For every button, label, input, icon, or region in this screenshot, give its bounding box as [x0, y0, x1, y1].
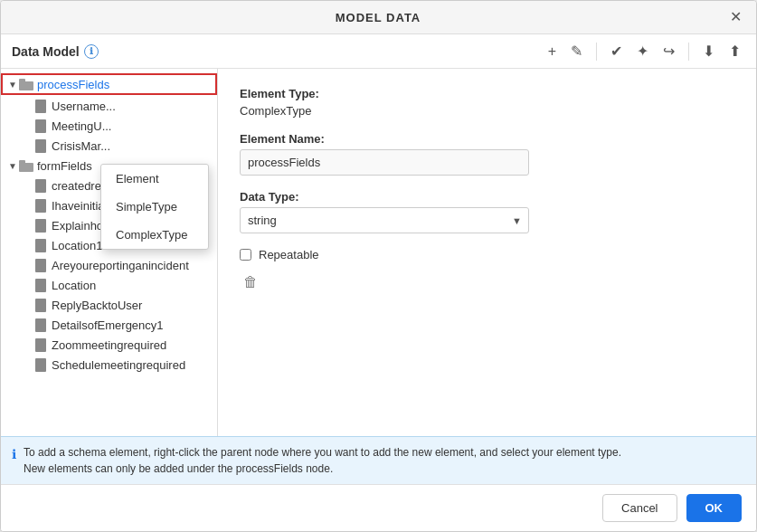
svg-rect-13 [35, 299, 46, 312]
list-item[interactable]: Areyoureportinganincident [15, 255, 217, 275]
formfields-label: formFields [37, 159, 92, 173]
doc-icon [33, 318, 48, 332]
doc-icon [33, 119, 48, 133]
right-panel: Element Type: ComplexType Element Name: … [218, 69, 756, 436]
doc-icon [33, 337, 48, 352]
doc-icon [33, 138, 48, 153]
tree-node-label: Areyoureportinganincident [52, 259, 189, 272]
svg-rect-9 [35, 219, 46, 233]
doc-icon [33, 278, 48, 292]
svg-rect-12 [35, 279, 46, 292]
context-menu-complextype[interactable]: ComplexType [101, 221, 208, 249]
svg-rect-6 [19, 160, 25, 164]
svg-rect-14 [35, 318, 46, 332]
repeatable-label: Repeatable [259, 248, 319, 261]
data-model-info-icon[interactable]: ℹ [84, 44, 99, 59]
repeatable-checkbox[interactable] [240, 249, 251, 261]
model-data-dialog: MODEL DATA ✕ Data Model ℹ + ✎ ✔ ✦ ↪ ⬇ ⬆ [0, 0, 757, 532]
toggle-formfields[interactable]: ▼ [6, 161, 19, 171]
context-menu: Element SimpleType ComplexType [100, 164, 209, 250]
list-item[interactable]: CrisisMar... [15, 136, 217, 156]
svg-rect-7 [35, 179, 46, 193]
toolbar: Data Model ℹ + ✎ ✔ ✦ ↪ ⬇ ⬆ [1, 34, 756, 69]
svg-rect-15 [35, 338, 46, 352]
tree-node-label: Username... [52, 100, 116, 113]
list-item[interactable]: Schedulemeetingrequired [15, 355, 217, 375]
info-bar-icon: ℹ [12, 445, 16, 464]
delete-button[interactable]: 🗑 [240, 272, 261, 292]
separator-2 [688, 43, 689, 61]
folder-icon-processfields [19, 77, 33, 91]
element-type-value: ComplexType [240, 104, 734, 118]
footer: Cancel OK [1, 484, 756, 531]
processfields-children: Username... MeetingU... [1, 96, 217, 156]
info-bar-text: To add a schema element, right-click the… [24, 444, 621, 477]
tree-panel: ▼ processFields Element SimpleType Compl… [1, 69, 218, 436]
add-button[interactable]: + [544, 41, 561, 62]
tree-node-label: Zoommeetingrequired [52, 338, 166, 352]
cancel-button[interactable]: Cancel [602, 494, 677, 522]
data-model-label: Data Model [12, 44, 80, 59]
doc-icon [33, 357, 48, 372]
context-menu-element[interactable]: Element [101, 165, 208, 193]
dialog-title: MODEL DATA [30, 11, 726, 24]
share-button[interactable]: ↪ [658, 40, 679, 62]
svg-rect-8 [35, 199, 46, 213]
content-area: ▼ processFields Element SimpleType Compl… [1, 69, 756, 436]
main-area: Data Model ℹ + ✎ ✔ ✦ ↪ ⬇ ⬆ [1, 34, 756, 531]
edit-button[interactable]: ✎ [566, 40, 587, 62]
processfields-label: processFields [37, 78, 109, 91]
data-type-select-wrapper: string integer boolean decimal date ▼ [240, 207, 529, 233]
doc-icon [33, 99, 48, 113]
tree-node-label: CrisisMar... [52, 139, 110, 153]
tree-node-label: DetailsofEmergency1 [52, 318, 164, 332]
doc-icon [33, 258, 48, 272]
toggle-processfields[interactable]: ▼ [6, 80, 19, 90]
svg-rect-5 [19, 163, 33, 172]
separator-1 [596, 43, 597, 61]
settings-button[interactable]: ✦ [632, 40, 653, 62]
element-type-label: Element Type: [240, 87, 734, 100]
title-bar: MODEL DATA ✕ [1, 1, 756, 34]
svg-rect-3 [35, 119, 46, 133]
toolbar-actions: + ✎ ✔ ✦ ↪ ⬇ ⬆ [544, 40, 745, 62]
element-type-group: Element Type: ComplexType [240, 87, 734, 118]
ok-button[interactable]: OK [686, 494, 743, 522]
list-item[interactable]: MeetingU... [15, 116, 217, 136]
selected-node-processfields[interactable]: ▼ processFields [1, 73, 217, 95]
list-item[interactable]: Zoommeetingrequired [15, 335, 217, 355]
svg-rect-4 [35, 139, 46, 153]
tree-node-label: Schedulemeetingrequired [52, 358, 185, 372]
data-type-group: Data Type: string integer boolean decima… [240, 190, 734, 233]
element-name-group: Element Name: [240, 132, 734, 176]
doc-icon [33, 238, 48, 252]
svg-rect-16 [35, 358, 46, 372]
download-button[interactable]: ⬇ [698, 40, 719, 62]
upload-button[interactable]: ⬆ [724, 40, 745, 62]
context-menu-simpletype[interactable]: SimpleType [101, 193, 208, 221]
tree-node-label: Location1 [52, 239, 102, 252]
svg-rect-1 [19, 79, 25, 82]
svg-rect-11 [35, 259, 46, 272]
doc-icon [33, 178, 48, 193]
location-label: Location [52, 279, 96, 292]
close-button[interactable]: ✕ [726, 8, 745, 26]
info-bar: ℹ To add a schema element, right-click t… [1, 436, 756, 484]
repeatable-row: Repeatable [240, 248, 734, 261]
doc-icon [33, 298, 48, 312]
element-name-input[interactable] [240, 149, 529, 176]
check-button[interactable]: ✔ [606, 40, 627, 62]
data-type-select[interactable]: string integer boolean decimal date [240, 207, 529, 233]
svg-rect-10 [35, 239, 46, 252]
doc-icon [33, 198, 48, 213]
list-item[interactable]: DetailsofEmergency1 [15, 315, 217, 335]
element-name-label: Element Name: [240, 132, 734, 146]
list-item[interactable]: ReplyBacktoUser [15, 295, 217, 315]
list-item[interactable]: Username... [15, 96, 217, 116]
data-model-title: Data Model ℹ [12, 44, 99, 59]
tree-node-label: MeetingU... [52, 119, 111, 133]
doc-icon [33, 218, 48, 233]
tree-node-label: ReplyBacktoUser [52, 299, 142, 312]
list-item[interactable]: Location [15, 275, 217, 295]
svg-rect-0 [19, 81, 33, 90]
